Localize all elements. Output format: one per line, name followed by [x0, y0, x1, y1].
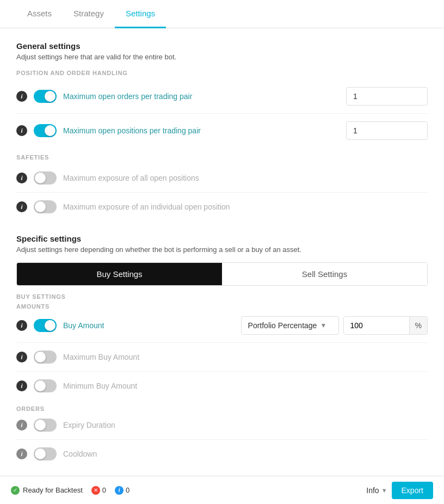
info-button[interactable]: Info ▼	[366, 486, 387, 495]
general-settings-desc: Adjust settings here that are valid for …	[16, 53, 428, 61]
bottom-left: Ready for Backtest ✕ 0 i 0	[11, 486, 130, 495]
max-open-orders-toggle[interactable]	[34, 90, 57, 103]
specific-settings-desc: Adjust settings here depending on whethe…	[16, 245, 428, 254]
warning-icon: i	[115, 486, 124, 495]
specific-settings-title: Specific settings	[16, 234, 428, 243]
max-exposure-individual-label: Maximum exposure of an individual open p…	[63, 202, 428, 211]
divider-1	[16, 113, 428, 114]
specific-settings-section: Specific settings Adjust settings here d…	[16, 234, 428, 466]
max-buy-amount-toggle[interactable]	[34, 351, 57, 364]
max-exposure-all-info-icon[interactable]: i	[16, 173, 27, 183]
divider-3	[16, 342, 428, 343]
export-button[interactable]: Export	[392, 482, 433, 499]
max-exposure-individual-toggle[interactable]	[34, 200, 57, 213]
general-settings-section: General settings Adjust settings here th…	[16, 41, 428, 219]
max-exposure-all-toggle[interactable]	[34, 171, 57, 185]
max-open-orders-label: Maximum open orders per trading pair	[63, 92, 340, 101]
buy-amount-info-icon[interactable]: i	[16, 320, 27, 331]
max-open-orders-input[interactable]	[346, 87, 428, 106]
position-order-label: POSITION AND ORDER HANDLING	[16, 70, 428, 76]
max-buy-amount-label: Maximum Buy Amount	[63, 353, 428, 361]
min-buy-amount-info-icon[interactable]: i	[16, 380, 27, 391]
cooldown-info-icon[interactable]: i	[16, 448, 27, 459]
divider-2	[16, 192, 428, 193]
main-content: General settings Adjust settings here th…	[0, 28, 444, 502]
ready-check-icon	[11, 486, 20, 495]
cooldown-label: Cooldown	[63, 450, 428, 458]
max-exposure-all-label: Maximum exposure of all open positions	[63, 174, 428, 182]
min-buy-amount-row: i Minimum Buy Amount	[16, 374, 428, 398]
tab-assets[interactable]: Assets	[16, 0, 63, 28]
min-buy-amount-label: Minimum Buy Amount	[63, 382, 428, 390]
ready-text: Ready for Backtest	[23, 486, 83, 494]
max-open-orders-info-icon[interactable]: i	[16, 91, 27, 102]
buy-amount-percent-group: %	[343, 316, 428, 335]
cooldown-toggle[interactable]	[34, 447, 57, 460]
buy-sell-tab-bar: Buy Settings Sell Settings	[16, 262, 428, 286]
min-buy-amount-toggle[interactable]	[34, 379, 57, 392]
buy-amount-dropdown-value: Portfolio Percentage	[248, 321, 317, 330]
max-exposure-individual-info-icon[interactable]: i	[16, 201, 27, 212]
error-icon: ✕	[91, 486, 100, 495]
expiry-duration-row: i Expiry Duration	[16, 413, 428, 437]
expiry-duration-info-icon[interactable]: i	[16, 420, 27, 431]
info-label: Info	[366, 486, 379, 495]
max-buy-amount-row: i Maximum Buy Amount	[16, 345, 428, 369]
divider-4	[16, 371, 428, 372]
ready-status: Ready for Backtest	[11, 486, 83, 495]
bottom-bar: Ready for Backtest ✕ 0 i 0 Info ▼ Export	[0, 476, 444, 504]
expiry-duration-label: Expiry Duration	[63, 421, 428, 429]
error-count: 0	[102, 486, 106, 494]
max-open-positions-toggle[interactable]	[34, 124, 57, 137]
tab-bar: Assets Strategy Settings	[0, 0, 444, 28]
max-exposure-individual-row: i Maximum exposure of an individual open…	[16, 195, 428, 219]
cooldown-row: i Cooldown	[16, 442, 428, 466]
max-open-positions-input[interactable]	[346, 121, 428, 140]
info-chevron-icon: ▼	[381, 487, 387, 494]
warning-count: 0	[126, 486, 130, 494]
buy-amount-toggle[interactable]	[34, 319, 57, 332]
buy-amount-dropdown[interactable]: Portfolio Percentage ▼	[241, 316, 339, 335]
buy-amount-input[interactable]	[344, 317, 409, 334]
orders-header: ORDERS	[16, 405, 428, 412]
safeties-label: SAFETIES	[16, 154, 428, 161]
tab-strategy[interactable]: Strategy	[63, 0, 115, 28]
max-exposure-all-row: i Maximum exposure of all open positions	[16, 166, 428, 190]
buy-amount-row: i Buy Amount Portfolio Percentage ▼ %	[16, 311, 428, 340]
general-settings-title: General settings	[16, 41, 428, 51]
max-buy-amount-info-icon[interactable]: i	[16, 352, 27, 362]
buy-settings-header: BUY SETTINGS	[16, 293, 428, 300]
max-open-positions-row: i Maximum open positions per trading pai…	[16, 116, 428, 145]
percent-suffix: %	[409, 317, 427, 334]
buy-settings-tab[interactable]: Buy Settings	[17, 263, 222, 285]
max-open-positions-label: Maximum open positions per trading pair	[63, 126, 340, 135]
sell-settings-tab[interactable]: Sell Settings	[222, 263, 427, 285]
expiry-duration-toggle[interactable]	[34, 419, 57, 432]
dropdown-chevron-icon: ▼	[320, 322, 326, 329]
amounts-header: AMOUNTS	[16, 303, 428, 310]
tab-settings[interactable]: Settings	[115, 0, 166, 28]
error-badge: ✕ 0	[91, 486, 106, 495]
buy-amount-label: Buy Amount	[63, 321, 235, 330]
max-open-orders-row: i Maximum open orders per trading pair	[16, 82, 428, 111]
max-open-positions-info-icon[interactable]: i	[16, 125, 27, 136]
warning-badge: i 0	[115, 486, 130, 495]
bottom-right: Info ▼ Export	[366, 482, 433, 499]
divider-5	[16, 439, 428, 440]
